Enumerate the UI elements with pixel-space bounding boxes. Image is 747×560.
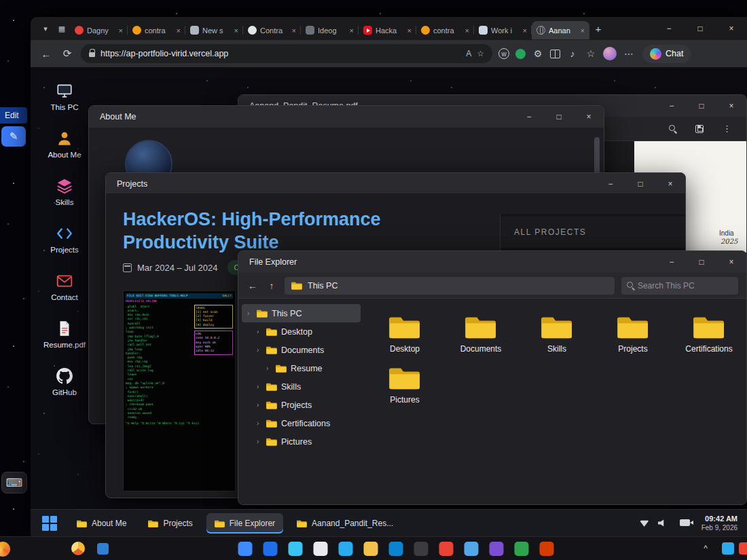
folder-tile-documents[interactable]: Documents: [447, 314, 515, 354]
tab-close-icon[interactable]: ×: [234, 26, 238, 35]
tree-item-documents[interactable]: › Documents: [242, 341, 361, 359]
tree-item-certifications[interactable]: › Certifications: [242, 414, 361, 432]
maximize-button[interactable]: □: [625, 173, 655, 195]
taskbar-item-file-explorer[interactable]: File Explorer: [206, 513, 283, 534]
tab-work[interactable]: Work i ×: [474, 21, 532, 39]
tree-item-desktop[interactable]: › Desktop: [242, 322, 361, 341]
tab-contra-1[interactable]: contra ×: [128, 21, 185, 39]
os-app-icon[interactable]: [339, 542, 353, 556]
explorer-search-input[interactable]: [638, 281, 733, 291]
chevron-icon[interactable]: ›: [257, 346, 262, 354]
os-taskbar-edge-icon[interactable]: [0, 542, 10, 557]
back-button[interactable]: ←: [39, 48, 54, 60]
new-tab-button[interactable]: +: [589, 23, 607, 35]
explorer-titlebar[interactable]: File Explorer − □ ×: [238, 251, 746, 273]
minimize-button[interactable]: −: [514, 106, 544, 128]
explorer-back-button[interactable]: ←: [247, 280, 259, 291]
pdf-search-icon[interactable]: [669, 125, 676, 132]
tab-close-icon[interactable]: ×: [465, 26, 469, 35]
chevron-icon[interactable]: ›: [257, 383, 262, 390]
os-app-icon[interactable]: [414, 542, 429, 556]
os-app-icon[interactable]: [238, 542, 253, 556]
chevron-icon[interactable]: ›: [247, 310, 253, 317]
maximize-button[interactable]: □: [544, 106, 574, 128]
tree-item-skills[interactable]: › Skills: [242, 377, 361, 396]
taskbar-item-about-me[interactable]: About Me: [69, 513, 134, 534]
volume-icon[interactable]: [658, 519, 666, 527]
copilot-chat-button[interactable]: Chat: [642, 45, 691, 63]
close-button[interactable]: ×: [716, 95, 746, 117]
address-bar[interactable]: A ☆: [81, 44, 492, 63]
os-search-icon[interactable]: [97, 543, 109, 555]
tab-ideogram[interactable]: Ideog ×: [301, 21, 359, 39]
split-screen-icon[interactable]: [550, 50, 560, 58]
tab-close-icon[interactable]: ×: [523, 26, 527, 35]
desktop-edit-fragment[interactable]: Edit: [0, 107, 27, 124]
settings-gear-icon[interactable]: ⚙: [532, 48, 544, 59]
close-button[interactable]: ×: [716, 251, 746, 273]
tree-item-this-pc[interactable]: › This PC: [242, 304, 361, 322]
video-icon[interactable]: [680, 519, 690, 526]
os-tray-icon[interactable]: [739, 542, 747, 555]
tab-hacka[interactable]: Hacka ×: [359, 21, 416, 39]
more-menu-icon[interactable]: ⋯: [623, 48, 635, 59]
browser-close-button[interactable]: ×: [716, 17, 747, 40]
tab-close-icon[interactable]: ×: [292, 26, 296, 35]
maximize-button[interactable]: □: [687, 95, 716, 117]
favorite-star-icon[interactable]: ☆: [477, 49, 484, 58]
chevron-icon[interactable]: ›: [257, 419, 262, 427]
os-app-icon[interactable]: [464, 542, 479, 556]
os-app-icon[interactable]: [389, 542, 403, 556]
os-app-icon[interactable]: [515, 542, 529, 556]
chevron-icon[interactable]: ›: [257, 401, 262, 409]
pdf-save-icon[interactable]: [695, 125, 704, 133]
os-app-icon[interactable]: [364, 542, 378, 556]
url-input[interactable]: [101, 49, 460, 58]
profile-avatar[interactable]: [603, 47, 617, 60]
projects-titlebar[interactable]: Projects − □ ×: [106, 173, 685, 195]
keyboard-icon[interactable]: ⌨: [1, 472, 27, 493]
folder-tile-desktop[interactable]: Desktop: [371, 314, 439, 354]
favorites-icon[interactable]: ☆: [585, 48, 597, 59]
folder-tile-skills[interactable]: Skills: [523, 314, 591, 354]
os-app-icon[interactable]: [289, 542, 303, 556]
maximize-button[interactable]: □: [687, 251, 716, 273]
about-titlebar[interactable]: About Me − □ ×: [89, 106, 604, 128]
explorer-up-button[interactable]: ↑: [266, 280, 278, 291]
tab-grid-icon[interactable]: ▦: [54, 24, 70, 33]
refresh-button[interactable]: ⟳: [60, 48, 75, 60]
tab-dagny[interactable]: Dagny ×: [70, 21, 128, 39]
os-app-icon[interactable]: [263, 542, 278, 556]
os-app-icon[interactable]: [540, 542, 554, 556]
os-app-icon[interactable]: [439, 542, 454, 556]
tree-item-projects[interactable]: › Projects: [242, 396, 361, 414]
chevron-icon[interactable]: ›: [257, 438, 262, 445]
taskbar-item-projects[interactable]: Projects: [140, 513, 200, 534]
chevron-icon[interactable]: ›: [257, 328, 262, 335]
browser-maximize-button[interactable]: □: [685, 17, 716, 40]
read-aloud-icon[interactable]: A: [466, 49, 471, 58]
explorer-address-bar[interactable]: This PC: [285, 277, 615, 295]
tab-search-chevron-icon[interactable]: ▾: [37, 24, 54, 33]
taskbar-item-resume-pdf[interactable]: Aanand_Pandit_Res...: [289, 513, 401, 534]
tab-contra-2[interactable]: Contra ×: [243, 21, 301, 39]
os-app-icon[interactable]: [314, 542, 328, 556]
tab-close-icon[interactable]: ×: [407, 26, 412, 35]
os-tray-icon[interactable]: [722, 542, 734, 555]
explorer-search-box[interactable]: [621, 277, 738, 295]
close-button[interactable]: ×: [655, 173, 685, 195]
browser-minimize-button[interactable]: −: [653, 17, 685, 40]
wikipedia-extension-icon[interactable]: w: [498, 48, 509, 59]
tab-new[interactable]: New s ×: [185, 21, 243, 39]
tab-close-icon[interactable]: ×: [581, 26, 585, 35]
tray-overflow-chevron[interactable]: ^: [704, 544, 708, 553]
pdf-more-icon[interactable]: ⋮: [723, 124, 731, 134]
clock[interactable]: 09:42 AM Feb 9, 2026: [702, 514, 737, 532]
tree-item-pictures[interactable]: › Pictures: [242, 432, 361, 451]
close-button[interactable]: ×: [574, 106, 604, 128]
tree-item-resume[interactable]: › Resume: [242, 359, 361, 377]
folder-tile-projects[interactable]: Projects: [599, 314, 667, 354]
minimize-button[interactable]: −: [657, 95, 687, 117]
os-weather-widget-icon[interactable]: [71, 542, 85, 555]
tab-aanand-active[interactable]: Aanan ×: [532, 21, 589, 39]
